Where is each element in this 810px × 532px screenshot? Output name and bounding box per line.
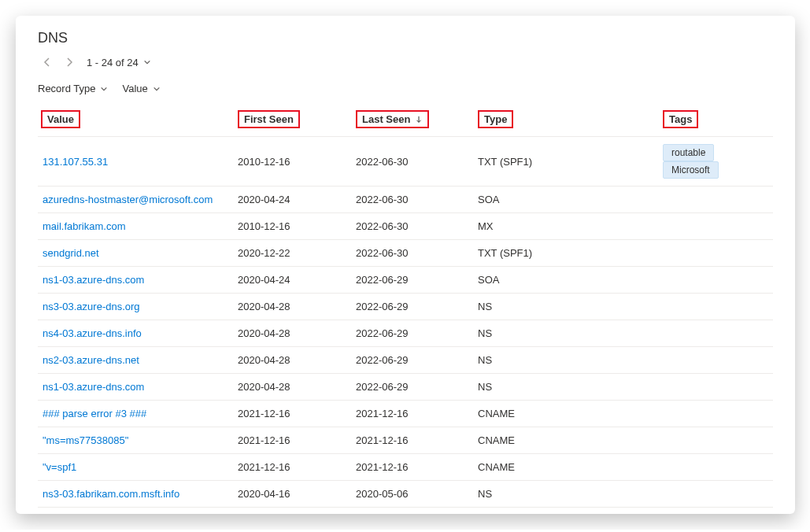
cell-first-seen: 2020-04-28 (235, 320, 353, 347)
chevron-down-icon (153, 85, 161, 93)
cell-tags (660, 481, 773, 508)
chevron-right-icon (65, 57, 74, 67)
table-row: 131.107.55.312010-12-162022-06-30TXT (SP… (38, 137, 773, 187)
cell-last-seen: 2022-06-29 (353, 294, 475, 320)
cell-last-seen: 2022-06-30 (353, 213, 475, 240)
pager-next-button[interactable] (60, 53, 79, 72)
cell-first-seen: 2010-12-16 (235, 213, 353, 240)
cell-last-seen: 2022-06-29 (353, 267, 475, 294)
table-row: ns1-03.azure-dns.com2020-04-282022-06-29… (38, 374, 773, 401)
table-row: sendgrid.net2020-12-222022-06-30TXT (SPF… (38, 240, 773, 267)
chevron-down-icon (143, 58, 151, 66)
value-link[interactable]: "ms=ms77538085" (43, 434, 128, 446)
value-link[interactable]: ns1-03.azure-dns.com (43, 274, 144, 286)
table-row: mail.fabrikam.com2010-12-162022-06-30MX (38, 213, 773, 240)
cell-tags (660, 213, 773, 240)
table-row: ns1-03.azure-dns.com2020-04-242022-06-29… (38, 267, 773, 294)
cell-last-seen: 2021-12-16 (353, 454, 475, 481)
filter-label: Value (122, 83, 147, 94)
pager-prev-button[interactable] (38, 53, 57, 72)
cell-tags (660, 240, 773, 267)
table-header-row: Value First Seen Last Seen Type Tags (38, 102, 773, 137)
cell-last-seen: 2020-05-06 (353, 481, 475, 508)
value-link[interactable]: mail.fabrikam.com (43, 220, 125, 232)
filter-label: Record Type (38, 83, 95, 94)
cell-type: SOA (475, 187, 660, 213)
cell-tags (660, 374, 773, 401)
cell-tags (660, 294, 773, 320)
cell-last-seen: 2022-06-29 (353, 320, 475, 347)
cell-last-seen: 2022-06-30 (353, 187, 475, 213)
cell-first-seen: 2020-04-28 (235, 294, 353, 320)
page-title: DNS (38, 30, 773, 46)
cell-type: TXT (SPF1) (475, 240, 660, 267)
cell-last-seen: 2021-12-16 (353, 401, 475, 427)
cell-type: NS (475, 294, 660, 320)
sort-desc-icon (415, 116, 423, 124)
cell-type: NS (475, 374, 660, 401)
dns-panel: DNS 1 - 24 of 24 Record Type Value Value (16, 16, 795, 514)
table-row: ns2-03.azure-dns.net2020-04-282022-06-29… (38, 347, 773, 374)
cell-type: CNAME (475, 427, 660, 454)
value-link[interactable]: 131.107.55.31 (43, 156, 108, 168)
value-link[interactable]: "v=spf1 (43, 461, 76, 473)
pager-range-dropdown[interactable]: 1 - 24 of 24 (87, 57, 151, 68)
cell-type: MX (475, 213, 660, 240)
table-row: ns3-03.fabrikam.com.msft.info2020-04-162… (38, 481, 773, 508)
cell-type: NS (475, 320, 660, 347)
cell-tags (660, 427, 773, 454)
cell-first-seen: 2020-04-28 (235, 374, 353, 401)
cell-first-seen: 2020-04-28 (235, 347, 353, 374)
chevron-left-icon (43, 57, 52, 67)
cell-type: TXT (SPF1) (475, 137, 660, 187)
value-link[interactable]: ns2-03.azure-dns.net (43, 354, 139, 366)
column-header-value[interactable]: Value (38, 102, 235, 137)
pager-range-text: 1 - 24 of 24 (87, 57, 139, 68)
cell-type: CNAME (475, 401, 660, 427)
table-row: "v=spf12021-12-162021-12-16CNAME (38, 454, 773, 481)
cell-first-seen: 2021-12-16 (235, 427, 353, 454)
cell-type: CNAME (475, 454, 660, 481)
filter-value[interactable]: Value (122, 83, 160, 94)
cell-first-seen: 2020-04-24 (235, 187, 353, 213)
cell-tags (660, 454, 773, 481)
cell-tags (660, 187, 773, 213)
cell-last-seen: 2022-06-30 (353, 240, 475, 267)
cell-tags (660, 347, 773, 374)
table-row: ### parse error #3 ###2021-12-162021-12-… (38, 401, 773, 427)
cell-first-seen: 2020-12-22 (235, 240, 353, 267)
table-row: azuredns-hostmaster@microsoft.com2020-04… (38, 187, 773, 213)
chevron-down-icon (100, 85, 108, 93)
pager: 1 - 24 of 24 (38, 53, 773, 72)
cell-first-seen: 2020-04-24 (235, 267, 353, 294)
value-link[interactable]: ### parse error #3 ### (43, 408, 146, 419)
cell-type: SOA (475, 267, 660, 294)
value-link[interactable]: azuredns-hostmaster@microsoft.com (43, 194, 213, 205)
cell-first-seen: 2020-04-16 (235, 481, 353, 508)
table-row: ns3-03.azure-dns.org2020-04-282022-06-29… (38, 294, 773, 320)
column-header-first-seen[interactable]: First Seen (235, 102, 353, 137)
value-link[interactable]: ns4-03.azure-dns.info (43, 327, 142, 339)
dns-table: Value First Seen Last Seen Type Tags (38, 102, 773, 508)
filter-record-type[interactable]: Record Type (38, 83, 108, 94)
cell-last-seen: 2022-06-29 (353, 374, 475, 401)
tag-pill[interactable]: Microsoft (663, 161, 719, 179)
cell-type: NS (475, 347, 660, 374)
value-link[interactable]: sendgrid.net (43, 247, 99, 259)
cell-last-seen: 2022-06-29 (353, 347, 475, 374)
cell-last-seen: 2022-06-30 (353, 137, 475, 187)
cell-type: NS (475, 481, 660, 508)
column-header-type[interactable]: Type (475, 102, 660, 137)
cell-first-seen: 2021-12-16 (235, 454, 353, 481)
column-header-last-seen[interactable]: Last Seen (353, 102, 475, 137)
cell-tags (660, 320, 773, 347)
table-row: "ms=ms77538085"2021-12-162021-12-16CNAME (38, 427, 773, 454)
cell-first-seen: 2021-12-16 (235, 401, 353, 427)
column-header-tags[interactable]: Tags (660, 102, 773, 137)
value-link[interactable]: ns3-03.fabrikam.com.msft.info (43, 488, 179, 500)
table-row: ns4-03.azure-dns.info2020-04-282022-06-2… (38, 320, 773, 347)
cell-last-seen: 2021-12-16 (353, 427, 475, 454)
tag-pill[interactable]: routable (663, 144, 714, 161)
value-link[interactable]: ns1-03.azure-dns.com (43, 381, 144, 393)
value-link[interactable]: ns3-03.azure-dns.org (43, 301, 140, 312)
